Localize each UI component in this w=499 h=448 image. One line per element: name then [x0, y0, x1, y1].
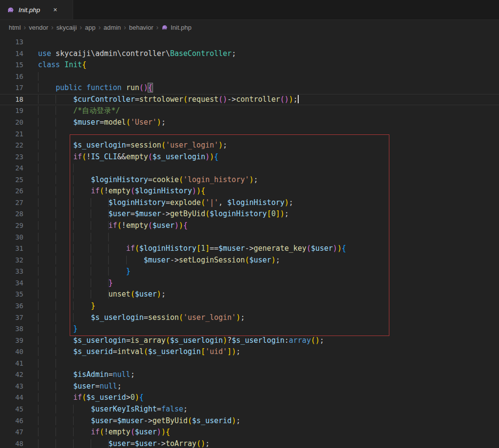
code-line[interactable]: 13 — [0, 37, 499, 48]
line-number: 25 — [0, 174, 23, 186]
code-line[interactable]: 31 if($loginHistory[1]==$muser->generate… — [0, 243, 499, 255]
code-text: $user=null; — [38, 382, 122, 391]
code-text: $loginHistory=explode('|', $loginHistory… — [38, 198, 293, 207]
line-number: 19 — [0, 105, 23, 117]
line-number: 26 — [0, 186, 23, 197]
code-text: if(!IS_CLI&&empty($s_userlogin)){ — [38, 152, 218, 161]
breadcrumb-label: admin — [104, 24, 121, 31]
code-text: $s_userlogin=session('user_login'); — [38, 141, 227, 149]
code-line[interactable]: 36 } — [0, 300, 499, 312]
line-number: 34 — [0, 278, 23, 289]
code-line[interactable]: 37 $s_userlogin=session('user_login'); — [0, 312, 499, 324]
breadcrumb-item-app[interactable]: app — [85, 24, 96, 31]
code-line[interactable]: 44 if($s_userid>0){ — [0, 392, 499, 404]
code-text: $user=$user->toArray(); — [38, 439, 210, 448]
code-line[interactable]: 32 $muser->setLoginSession($user); — [0, 255, 499, 266]
code-lines: 1314use skycaiji\admin\controller\BaseCo… — [0, 37, 499, 448]
tab-bar: Init.php × — [0, 0, 499, 20]
code-line[interactable]: 19 /*自动登录*/ — [0, 105, 499, 117]
php-elephant-icon — [161, 24, 168, 31]
code-line[interactable]: 29 if(!empty($user)){ — [0, 220, 499, 232]
code-line[interactable]: 38 } — [0, 323, 499, 335]
breadcrumb-label: skycaiji — [57, 24, 77, 31]
code-text — [38, 164, 91, 172]
code-line[interactable]: 35 unset($user); — [0, 289, 499, 300]
code-line[interactable]: 39 $s_userlogin=is_array($s_userlogin)?$… — [0, 335, 499, 347]
line-number: 22 — [0, 140, 23, 151]
code-text: $muser->setLoginSession($user); — [38, 256, 280, 264]
code-line[interactable]: 40 $s_userid=intval($s_userlogin['uid'])… — [0, 346, 499, 358]
breadcrumb-item-admin[interactable]: admin — [104, 24, 121, 31]
line-number: 28 — [0, 208, 23, 220]
code-line[interactable]: 42 $isAdmin=null; — [0, 369, 499, 381]
code-text: use skycaiji\admin\controller\BaseContro… — [38, 49, 236, 58]
line-number: 43 — [0, 381, 23, 392]
code-line[interactable]: 21 — [0, 129, 499, 140]
code-line[interactable]: 47 if(!empty($user)){ — [0, 427, 499, 438]
vscode-window: Init.php × html›vendor›skycaiji›app›admi… — [0, 0, 499, 448]
chevron-right-icon: › — [51, 23, 54, 31]
breadcrumb-label: Init.php — [171, 24, 192, 31]
breadcrumb-item-skycaiji[interactable]: skycaiji — [57, 24, 77, 31]
breadcrumb-item-behavior[interactable]: behavior — [129, 24, 154, 31]
code-line[interactable]: 26 if(!empty($loginHistory)){ — [0, 186, 499, 197]
line-number: 24 — [0, 163, 23, 174]
line-number: 41 — [0, 358, 23, 370]
code-line[interactable]: 17 public function run(){ — [0, 82, 499, 94]
breadcrumb-item-vendor[interactable]: vendor — [29, 24, 48, 31]
code-text: public function run(){ — [38, 83, 153, 92]
code-text: $muser=model('User'); — [38, 118, 166, 127]
line-number: 32 — [0, 255, 23, 266]
chevron-right-icon: › — [98, 23, 101, 31]
code-line[interactable]: 14use skycaiji\admin\controller\BaseCont… — [0, 48, 499, 60]
code-line[interactable]: 23 if(!IS_CLI&&empty($s_userlogin)){ — [0, 151, 499, 163]
breadcrumb-label: html — [9, 24, 21, 31]
code-line[interactable]: 18 $curController=strtolower(request()->… — [0, 94, 499, 106]
line-number: 36 — [0, 300, 23, 312]
code-line[interactable]: 43 $user=null; — [0, 381, 499, 392]
code-text — [38, 233, 126, 242]
code-line[interactable]: 16 — [0, 71, 499, 83]
line-number: 44 — [0, 392, 23, 404]
code-line[interactable]: 34 } — [0, 278, 499, 289]
code-line[interactable]: 46 $user=$muser->getByUid($s_userid); — [0, 415, 499, 427]
line-number: 14 — [0, 48, 23, 60]
code-text: class Init{ — [38, 60, 86, 69]
line-number: 48 — [0, 438, 23, 448]
code-line[interactable]: 33 } — [0, 266, 499, 278]
code-text: /*自动登录*/ — [38, 106, 120, 115]
chevron-right-icon: › — [124, 23, 126, 31]
code-line[interactable]: 30 — [0, 232, 499, 243]
code-line[interactable]: 22 $s_userlogin=session('user_login'); — [0, 140, 499, 151]
line-number: 23 — [0, 151, 23, 163]
line-number: 30 — [0, 232, 23, 243]
code-line[interactable]: 20 $muser=model('User'); — [0, 117, 499, 129]
code-line[interactable]: 45 $userKeyIsRight=false; — [0, 404, 499, 415]
breadcrumb-item-init-php[interactable]: Init.php — [161, 24, 192, 31]
code-text: } — [38, 301, 95, 310]
code-editor[interactable]: 1314use skycaiji\admin\controller\BaseCo… — [0, 35, 499, 448]
line-number: 40 — [0, 346, 23, 358]
line-number: 37 — [0, 312, 23, 324]
code-text: $s_userid=intval($s_userlogin['uid']); — [38, 347, 240, 356]
line-number: 33 — [0, 266, 23, 278]
code-line[interactable]: 48 $user=$user->toArray(); — [0, 438, 499, 448]
breadcrumb-item-html[interactable]: html — [9, 24, 21, 31]
code-text — [38, 72, 56, 81]
code-line[interactable]: 15class Init{ — [0, 59, 499, 71]
tab-init-php[interactable]: Init.php × — [0, 0, 73, 19]
code-line[interactable]: 27 $loginHistory=explode('|', $loginHist… — [0, 197, 499, 209]
tab-label: Init.php — [19, 6, 40, 14]
breadcrumb: html›vendor›skycaiji›app›admin›behavior›… — [0, 20, 499, 35]
text-cursor — [298, 95, 299, 103]
code-line[interactable]: 41 — [0, 358, 499, 370]
code-line[interactable]: 28 $user=$muser->getByUid($loginHistory[… — [0, 208, 499, 220]
code-text: if(!empty($loginHistory)){ — [38, 187, 205, 195]
code-line[interactable]: 24 — [0, 163, 499, 174]
line-number: 39 — [0, 335, 23, 347]
line-number: 29 — [0, 220, 23, 232]
close-icon[interactable]: × — [52, 5, 58, 14]
code-line[interactable]: 25 $loginHistory=cookie('login_history')… — [0, 174, 499, 186]
line-number: 15 — [0, 59, 23, 71]
code-text: $user=$muser->getByUid($s_userid); — [38, 416, 240, 425]
